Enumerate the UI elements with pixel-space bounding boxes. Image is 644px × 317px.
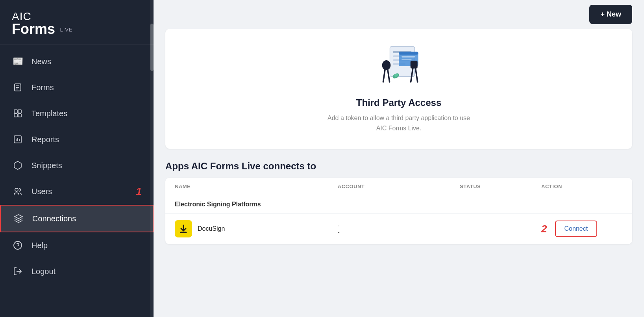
svg-rect-4 [14, 110, 17, 113]
templates-icon [12, 108, 24, 119]
svg-point-27 [382, 60, 391, 70]
docusign-name: DocuSign [198, 225, 225, 232]
card-illustration [363, 41, 434, 89]
table-row: DocuSign - - 2 Connect [165, 214, 632, 244]
svg-rect-5 [18, 110, 21, 113]
help-icon [12, 239, 24, 251]
col-status: STATUS [460, 184, 541, 189]
section-label-row: Electronic Signing Platforms [165, 195, 632, 214]
logo-forms-row: Forms LIVE [12, 22, 142, 36]
svg-point-13 [14, 241, 22, 249]
snippets-icon [12, 159, 24, 171]
users-icon [12, 186, 24, 198]
col-account: ACCOUNT [338, 184, 460, 189]
logout-icon [12, 265, 24, 277]
logo-forms: Forms [12, 22, 55, 36]
sidebar-item-label-connections: Connections [32, 214, 76, 223]
sidebar-item-label-logout: Logout [31, 267, 56, 276]
docusign-account: - - [338, 222, 460, 235]
sidebar-item-templates[interactable]: Templates [0, 100, 154, 126]
action-badge-2: 2 [541, 223, 547, 235]
signing-platforms-label: Electronic Signing Platforms [175, 201, 261, 208]
sidebar-item-label-news: News [31, 57, 51, 66]
card-desc: Add a token to allow a third party appli… [324, 113, 474, 133]
logo-aic: AIC [12, 11, 142, 22]
logo-live-badge: LIVE [60, 27, 72, 33]
main-content: + New [154, 0, 644, 317]
app-name-cell: DocuSign [175, 220, 338, 237]
users-badge: 1 [136, 185, 142, 198]
sidebar-item-label-help: Help [31, 241, 48, 250]
card-title: Third Party Access [356, 97, 442, 108]
sidebar: AIC Forms LIVE 📰 News Forms [0, 0, 154, 317]
svg-line-29 [415, 68, 417, 82]
sidebar-item-snippets[interactable]: Snippets [0, 152, 154, 178]
sidebar-item-label-forms: Forms [31, 83, 54, 92]
col-action: ACTION [541, 184, 623, 189]
logo-area: AIC Forms LIVE [0, 0, 154, 44]
apps-section-title: Apps AIC Forms Live connects to [165, 161, 632, 172]
docusign-icon [175, 220, 192, 237]
news-icon: 📰 [12, 56, 24, 67]
sidebar-nav: 📰 News Forms [0, 44, 154, 317]
connections-icon [13, 213, 24, 224]
table-header: NAME ACCOUNT STATUS ACTION [165, 178, 632, 195]
forms-icon [12, 82, 24, 93]
sidebar-item-label-snippets: Snippets [31, 161, 62, 170]
sidebar-item-label-reports: Reports [31, 135, 59, 144]
svg-rect-22 [399, 52, 418, 55]
sidebar-item-users[interactable]: Users 1 [0, 178, 154, 205]
sidebar-item-logout[interactable]: Logout [0, 258, 154, 284]
svg-rect-30 [411, 61, 418, 69]
apps-table: NAME ACCOUNT STATUS ACTION Electronic Si… [165, 178, 632, 244]
svg-rect-24 [402, 59, 411, 61]
sidebar-item-help[interactable]: Help [0, 232, 154, 258]
sidebar-item-label-templates: Templates [31, 109, 67, 118]
col-name: NAME [175, 184, 338, 189]
sidebar-item-label-users: Users [31, 187, 52, 196]
svg-rect-6 [14, 114, 17, 117]
new-button[interactable]: + New [589, 5, 632, 24]
third-party-card: Third Party Access Add a token to allow … [165, 29, 632, 149]
reports-icon [12, 133, 24, 145]
sidebar-item-forms[interactable]: Forms [0, 74, 154, 100]
sidebar-item-reports[interactable]: Reports [0, 126, 154, 152]
content-area: Third Party Access Add a token to allow … [154, 29, 644, 317]
sidebar-item-connections[interactable]: Connections [0, 205, 154, 232]
svg-point-12 [15, 188, 18, 191]
svg-rect-7 [18, 114, 21, 117]
connect-button[interactable]: Connect [555, 221, 598, 237]
topbar: + New [154, 0, 644, 29]
svg-rect-23 [402, 56, 415, 57]
connect-wrapper: 2 Connect [541, 221, 623, 237]
scrollbar-track [150, 0, 154, 317]
sidebar-item-news[interactable]: 📰 News [0, 48, 154, 74]
scrollbar-thumb[interactable] [150, 24, 154, 71]
